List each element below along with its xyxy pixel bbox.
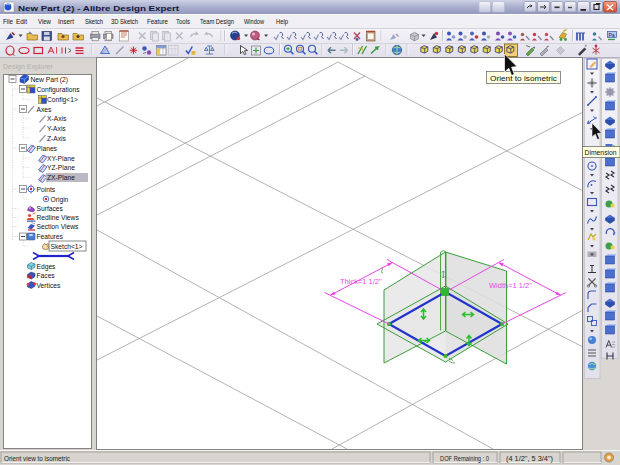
svg-text:XY-Plane: XY-Plane (47, 155, 75, 162)
svg-text:Sketch: Sketch (85, 18, 103, 25)
svg-text:Feature: Feature (147, 18, 168, 25)
svg-text:Config<1>: Config<1> (47, 96, 78, 104)
svg-text:Design Explorer: Design Explorer (3, 63, 53, 71)
svg-text:(4 1/2", 5 3/4"): (4 1/2", 5 3/4") (506, 455, 553, 463)
svg-text:Surfaces: Surfaces (37, 205, 64, 212)
svg-text:Edges: Edges (37, 263, 57, 271)
svg-text:Edit: Edit (16, 18, 27, 25)
svg-text:Help: Help (276, 18, 288, 26)
svg-text:Team Design: Team Design (200, 18, 234, 26)
svg-text:Features: Features (37, 233, 64, 240)
svg-text:YZ-Plane: YZ-Plane (47, 164, 75, 171)
svg-text:Faces: Faces (37, 272, 56, 279)
svg-text:Tools: Tools (176, 18, 191, 25)
svg-text:Width=1 1/2": Width=1 1/2" (489, 281, 532, 290)
svg-text:Y-Axis: Y-Axis (47, 125, 66, 132)
svg-text:View: View (38, 18, 51, 25)
svg-text:Redline Views: Redline Views (37, 214, 80, 221)
svg-text:Window: Window (244, 18, 264, 25)
svg-text:Thick=1 1/2": Thick=1 1/2" (340, 277, 382, 286)
svg-text:Z-Axis: Z-Axis (47, 135, 67, 142)
svg-text:Origin: Origin (51, 196, 69, 204)
svg-text:DOF Remaining : 0: DOF Remaining : 0 (440, 455, 489, 463)
svg-text:ZX-Plane: ZX-Plane (47, 174, 75, 181)
svg-text:Dimension: Dimension (585, 149, 617, 156)
svg-text:Section Views: Section Views (37, 223, 80, 230)
svg-text:Vertices: Vertices (37, 282, 61, 289)
svg-text:New Part (2) - Alibre Design E: New Part (2) - Alibre Design Expert (18, 4, 180, 13)
svg-text:X-Axis: X-Axis (47, 115, 67, 122)
svg-text:3D Sketch: 3D Sketch (111, 18, 138, 25)
svg-text:File: File (3, 18, 13, 25)
svg-text:Orient view to isometric: Orient view to isometric (4, 455, 70, 462)
svg-text:Planes: Planes (37, 145, 58, 152)
svg-text:Configurations: Configurations (37, 86, 81, 94)
svg-text:Pa: Pa (609, 32, 615, 38)
svg-text:Insert: Insert (58, 18, 74, 25)
svg-text:Points: Points (37, 186, 56, 193)
svg-text:Orient to isometric: Orient to isometric (490, 75, 558, 82)
svg-text:Sketch<1>: Sketch<1> (51, 243, 83, 250)
svg-text:Axes: Axes (37, 106, 53, 113)
svg-text:New Part (2): New Part (2) (31, 76, 69, 84)
